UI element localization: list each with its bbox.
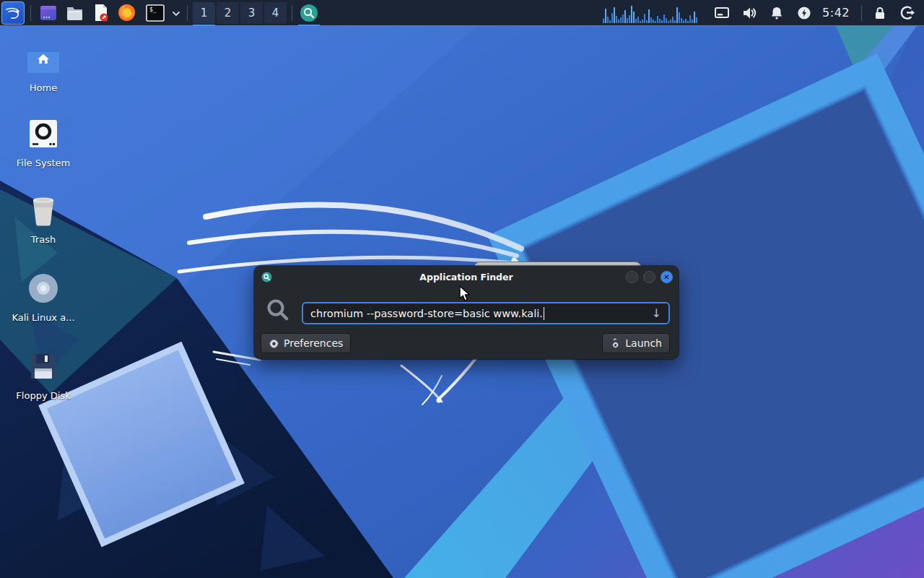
volume-tray-icon[interactable] xyxy=(741,5,757,21)
panel-separator xyxy=(187,5,188,21)
launcher-terminal[interactable]: $_ xyxy=(141,1,170,25)
display-tray-icon[interactable] xyxy=(714,5,730,21)
minimize-button[interactable] xyxy=(626,271,638,283)
cpu-bar xyxy=(676,7,678,23)
preferences-button[interactable]: Preferences xyxy=(261,333,351,353)
launcher-window-app[interactable] xyxy=(37,1,60,25)
panel-separator xyxy=(861,5,862,21)
cpu-bar xyxy=(692,20,693,23)
terminal-dropdown-chevron[interactable] xyxy=(171,8,181,18)
file-manager-icon xyxy=(65,3,84,22)
clock[interactable]: 5:42 xyxy=(822,6,850,20)
top-panel: $_ 1 2 3 4 xyxy=(0,0,924,26)
maximize-button[interactable] xyxy=(643,271,655,283)
desktop-icon-label: Trash xyxy=(6,234,81,245)
cpu-bar xyxy=(611,13,613,23)
cdrom-disc-icon xyxy=(6,270,81,306)
workspace-2-label: 2 xyxy=(225,7,232,20)
cpu-bar xyxy=(620,17,622,23)
history-dropdown-arrow-icon[interactable]: ↓ xyxy=(652,306,661,320)
workspace-4[interactable]: 4 xyxy=(264,2,287,24)
kali-dragon-icon xyxy=(4,4,22,22)
cpu-bar xyxy=(648,9,650,23)
cpu-bar xyxy=(668,21,669,23)
cpu-bar xyxy=(614,7,615,23)
lock-icon xyxy=(873,6,887,20)
launcher-file-manager[interactable] xyxy=(63,1,86,25)
desktop-icon-floppy-disk[interactable]: Floppy Disk xyxy=(6,348,81,401)
cpu-bar xyxy=(644,14,645,23)
cpu-bar xyxy=(683,20,684,23)
notifications-tray-icon[interactable] xyxy=(769,5,785,21)
text-editor-icon xyxy=(91,3,110,22)
desktop-icon-label: File System xyxy=(6,158,81,168)
cpu-bar xyxy=(631,6,632,23)
panel-separator xyxy=(30,5,31,21)
trash-bin-icon xyxy=(6,192,81,228)
cpu-bar xyxy=(624,10,626,23)
close-button[interactable]: ✕ xyxy=(661,271,673,283)
log-out-icon xyxy=(900,5,915,20)
launcher-firefox[interactable] xyxy=(115,1,138,25)
workspace-2[interactable]: 2 xyxy=(217,2,239,24)
cpu-bar xyxy=(672,17,674,23)
command-input[interactable]: chromium --password-store=basic www.kali… xyxy=(302,302,670,324)
cpu-bar xyxy=(603,19,604,23)
desktop-icon-label: Kali Linux a... xyxy=(6,312,81,323)
desktop-icon-label: Home xyxy=(6,82,81,93)
cpu-bar xyxy=(666,18,667,23)
hard-drive-icon xyxy=(6,116,81,152)
kali-menu-button[interactable] xyxy=(1,1,25,25)
cpu-bar xyxy=(637,17,639,23)
workspace-1[interactable]: 1 xyxy=(193,2,215,24)
cpu-bar xyxy=(659,19,661,23)
power-manager-tray-icon[interactable] xyxy=(796,5,812,21)
desktop-icon-home[interactable]: Home xyxy=(6,40,81,93)
text-caret xyxy=(544,307,545,320)
cpu-graph[interactable] xyxy=(603,3,698,23)
cpu-bar xyxy=(689,15,691,23)
cpu-bar xyxy=(616,16,617,23)
chevron-down-icon xyxy=(171,9,181,19)
desktop-icon-label: Floppy Disk xyxy=(6,390,81,401)
firefox-icon xyxy=(117,3,136,22)
cpu-bar xyxy=(640,21,641,23)
workspace-3-label: 3 xyxy=(248,7,256,20)
desktop-icon-file-system[interactable]: File System xyxy=(6,116,81,168)
cpu-bar xyxy=(627,18,628,23)
cpu-bar xyxy=(653,20,654,23)
close-icon: ✕ xyxy=(663,274,669,281)
launch-label: Launch xyxy=(625,337,662,349)
log-out-button[interactable] xyxy=(899,5,915,21)
taskbar-application-finder[interactable] xyxy=(298,2,320,24)
terminal-icon: $_ xyxy=(145,3,165,23)
cpu-bar xyxy=(605,9,606,23)
workspace-4-label: 4 xyxy=(272,7,279,20)
launcher-text-editor[interactable] xyxy=(89,1,112,25)
application-finder-window: Application Finder ✕ chromium --password… xyxy=(254,266,679,359)
workspace-1-label: 1 xyxy=(201,7,208,20)
app-finder-titlebar-icon xyxy=(261,272,272,285)
workspace-3[interactable]: 3 xyxy=(240,2,263,24)
desktop-icon-kali-cdrom[interactable]: Kali Linux a... xyxy=(6,270,81,323)
cpu-bar xyxy=(674,20,676,23)
launch-gear-icon xyxy=(610,338,621,349)
launch-button[interactable]: Launch xyxy=(602,333,670,353)
cpu-bar xyxy=(663,14,665,23)
search-icon xyxy=(266,298,290,322)
cpu-bar xyxy=(685,19,687,23)
desktop-icon-trash[interactable]: Trash xyxy=(6,192,81,245)
cpu-bar xyxy=(679,12,680,23)
cpu-bar xyxy=(655,21,656,23)
cpu-bar xyxy=(694,12,695,23)
cpu-bar xyxy=(650,17,652,23)
cpu-bar xyxy=(657,16,658,23)
floppy-disk-icon xyxy=(6,348,81,384)
cpu-bar xyxy=(670,20,671,23)
cpu-bar xyxy=(696,17,697,23)
cpu-bar xyxy=(687,21,689,23)
cpu-bar xyxy=(646,20,648,23)
cpu-bar xyxy=(681,18,682,23)
lock-screen-button[interactable] xyxy=(872,5,888,21)
cpu-bar xyxy=(633,12,635,23)
